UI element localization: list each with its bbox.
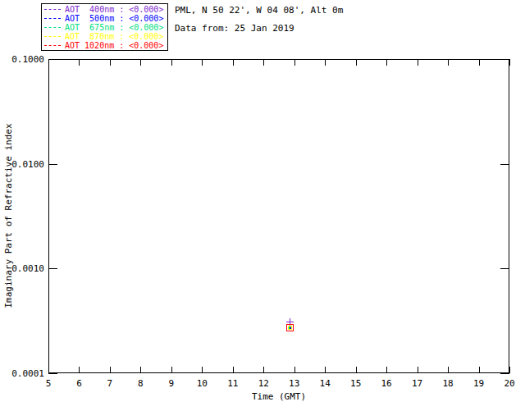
y-tick-left	[48, 164, 57, 165]
x-tick-bottom	[110, 367, 111, 373]
dashed-line-swatch-1020nm	[44, 45, 61, 46]
legend-label-675nm: AOT 675nm : <0.000>	[65, 23, 163, 32]
y-tick-right	[500, 268, 509, 269]
y-tick-left	[48, 268, 57, 269]
x-tick-bottom	[171, 367, 172, 373]
data-point-500nm	[290, 327, 291, 329]
y-tick-left	[48, 59, 57, 60]
legend-label-500nm: AOT 500nm : <0.000>	[65, 14, 163, 23]
x-tick-top	[418, 59, 418, 66]
x-tick-bottom	[479, 367, 480, 373]
y-axis-title: Imaginary Part of Refractive index	[3, 123, 14, 308]
y-tick-label: 0.0001	[11, 368, 44, 379]
x-tick-bottom	[233, 367, 234, 373]
x-tick-label: 19	[473, 378, 484, 389]
x-tick-top	[509, 59, 510, 66]
legend-box: AOT 400nm : <0.000> AOT 500nm : <0.000> …	[41, 3, 168, 51]
y-tick-right	[500, 373, 509, 374]
x-tick-top	[233, 59, 234, 66]
x-tick-bottom	[202, 367, 203, 373]
legend-entry-400nm: AOT 400nm : <0.000>	[44, 5, 167, 14]
x-tick-label: 16	[381, 378, 392, 389]
x-tick-label: 5	[46, 378, 52, 389]
dashed-line-swatch-675nm	[44, 27, 61, 28]
legend-entry-675nm: AOT 675nm : <0.000>	[44, 23, 167, 32]
x-tick-top	[202, 59, 203, 66]
x-tick-top	[356, 59, 357, 66]
x-tick-bottom	[325, 367, 326, 373]
y-tick-label: 0.0100	[11, 158, 44, 169]
y-tick-left	[48, 373, 57, 374]
data-point-400nm-plus-h	[286, 322, 294, 322]
x-tick-bottom	[48, 367, 49, 373]
x-tick-label: 15	[350, 378, 361, 389]
x-tick-label: 18	[442, 378, 453, 389]
data-date-text: Data from: 25 Jan 2019	[175, 23, 294, 34]
dashed-line-swatch-870nm	[44, 36, 61, 37]
x-tick-bottom	[263, 367, 264, 373]
legend-entry-870nm: AOT 870nm : <0.000>	[44, 32, 167, 41]
x-tick-top	[325, 59, 326, 66]
x-tick-bottom	[356, 367, 357, 373]
x-tick-top	[479, 59, 480, 66]
x-tick-label: 9	[169, 378, 175, 389]
legend-label-870nm: AOT 870nm : <0.000>	[65, 32, 163, 41]
x-tick-top	[448, 59, 449, 66]
y-tick-label: 0.0010	[11, 263, 44, 274]
x-tick-bottom	[140, 367, 141, 373]
x-tick-bottom	[79, 367, 80, 373]
x-tick-label: 6	[76, 378, 82, 389]
x-tick-label: 12	[258, 378, 269, 389]
x-tick-top	[110, 59, 111, 66]
x-axis-title: Time (GMT)	[252, 391, 306, 402]
legend-entry-500nm: AOT 500nm : <0.000>	[44, 14, 167, 23]
x-tick-bottom	[448, 367, 449, 373]
x-tick-bottom	[294, 367, 295, 373]
y-tick-right	[500, 164, 509, 165]
x-tick-top	[48, 59, 49, 66]
x-tick-top	[386, 59, 387, 66]
x-tick-top	[294, 59, 295, 66]
dashed-line-swatch-400nm	[44, 9, 61, 10]
x-tick-bottom	[509, 367, 510, 373]
x-tick-label: 17	[412, 378, 422, 389]
x-tick-label: 7	[107, 378, 113, 389]
x-tick-bottom	[386, 367, 387, 373]
aeronet-refractive-index-plot: AOT 400nm : <0.000> AOT 500nm : <0.000> …	[0, 0, 525, 420]
x-tick-label: 11	[227, 378, 238, 389]
x-tick-label: 10	[197, 378, 208, 389]
plot-area	[48, 59, 509, 373]
x-tick-label: 8	[138, 378, 144, 389]
legend-label-400nm: AOT 400nm : <0.000>	[65, 5, 163, 14]
legend-label-1020nm: AOT 1020nm : <0.000>	[65, 41, 163, 50]
x-tick-top	[79, 59, 80, 66]
legend-entry-1020nm: AOT 1020nm : <0.000>	[44, 41, 167, 50]
x-tick-bottom	[418, 367, 418, 373]
x-tick-label: 14	[320, 378, 331, 389]
x-tick-top	[140, 59, 141, 66]
station-location-text: PML, N 50 22', W 04 08', Alt 0m	[175, 5, 343, 16]
y-tick-label: 0.1000	[11, 54, 44, 65]
x-tick-label: 20	[504, 378, 514, 389]
dashed-line-swatch-500nm	[44, 18, 61, 19]
x-tick-label: 13	[289, 378, 299, 389]
x-tick-top	[171, 59, 172, 66]
x-tick-top	[263, 59, 264, 66]
y-tick-right	[500, 59, 509, 60]
